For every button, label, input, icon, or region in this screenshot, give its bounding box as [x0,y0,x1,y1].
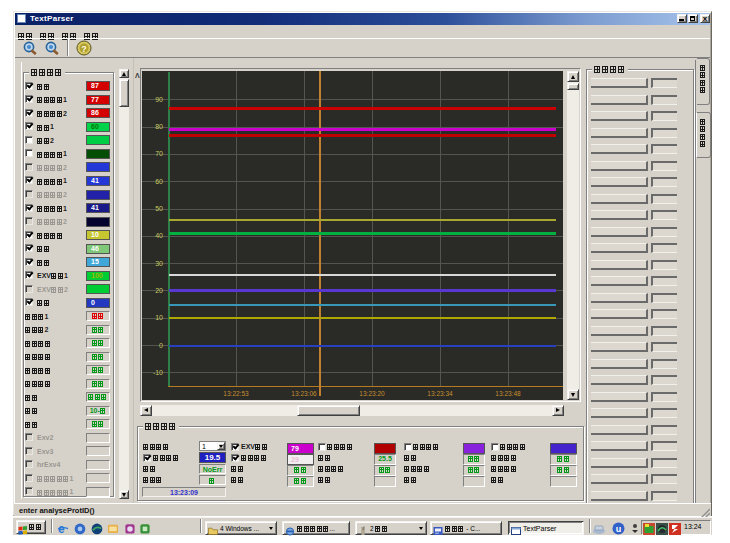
svg-text:?: ? [81,43,87,53]
svg-text:u: u [616,524,622,534]
